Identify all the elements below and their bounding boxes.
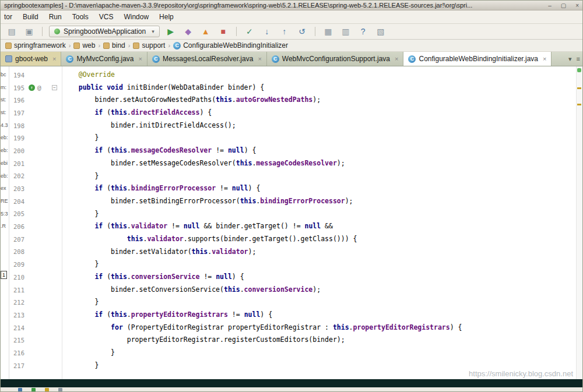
- project-tree-item[interactable]: eb:: [1, 170, 9, 183]
- project-tree-item[interactable]: eb:: [1, 144, 9, 157]
- line-number[interactable]: 212: [9, 299, 24, 306]
- tab-close-icon[interactable]: ×: [543, 55, 546, 62]
- code-line[interactable]: binder.setMessageCodesResolver(this.mess…: [62, 157, 576, 170]
- project-tree-item[interactable]: eb:: [1, 132, 9, 144]
- project-tree-item[interactable]: RE: [1, 195, 9, 208]
- run-config-combo[interactable]: SpringbootWebApplication▾: [49, 26, 160, 37]
- code-line[interactable]: }: [62, 170, 576, 183]
- gutter-row[interactable]: 217: [9, 359, 62, 372]
- line-number[interactable]: 201: [9, 160, 24, 167]
- hidden-tabs-icon[interactable]: ▾: [568, 55, 572, 63]
- gutter-row[interactable]: 194: [9, 69, 62, 82]
- gutter[interactable]: 194195↑@−1961971981992002012022032042052…: [9, 69, 62, 372]
- project-tree-item[interactable]: 4.3: [1, 119, 9, 132]
- project-tree-item[interactable]: m:: [1, 82, 9, 94]
- line-number[interactable]: 211: [9, 287, 24, 294]
- code-line[interactable]: this.validator.supports(binder.getTarget…: [62, 233, 576, 246]
- code-line[interactable]: }: [62, 347, 576, 359]
- update-project-icon[interactable]: ↓: [261, 26, 273, 37]
- tool-windows-icon[interactable]: ▧: [374, 26, 387, 37]
- line-number[interactable]: 198: [9, 122, 24, 129]
- toolwindow-run-icon[interactable]: [18, 388, 22, 392]
- project-tree-item[interactable]: ex: [1, 182, 9, 195]
- code-line[interactable]: if (this.propertyEditorRegistrars != nul…: [62, 309, 576, 322]
- line-number[interactable]: 216: [9, 349, 24, 356]
- code-line[interactable]: if (this.messageCodesResolver != null) {: [62, 144, 576, 157]
- rollback-icon[interactable]: ↺: [296, 26, 308, 37]
- line-number[interactable]: 199: [9, 135, 24, 142]
- code-line[interactable]: if (this.bindingErrorProcessor != null) …: [62, 182, 576, 195]
- open-project-icon[interactable]: ▤: [5, 26, 18, 37]
- code-line[interactable]: propertyEditorRegistrar.registerCustomEd…: [62, 334, 576, 347]
- breadcrumb-item-support[interactable]: support: [133, 41, 165, 50]
- breadcrumb-item-bind[interactable]: bind: [103, 41, 125, 50]
- editor-scrollbar[interactable]: [576, 66, 582, 379]
- gutter-row[interactable]: 207: [9, 233, 62, 246]
- minimize-button[interactable]: –: [548, 2, 552, 9]
- menu-item-tools[interactable]: Tools: [72, 13, 89, 21]
- gutter-row[interactable]: 195↑@−: [9, 82, 62, 94]
- save-all-icon[interactable]: ▣: [23, 26, 36, 37]
- line-number[interactable]: 195: [9, 84, 24, 91]
- gutter-row[interactable]: 206: [9, 220, 62, 233]
- gutter-row[interactable]: 197: [9, 107, 62, 119]
- tab-webmvcconfigurationsupport-java[interactable]: CWebMvcConfigurationSupport.java×: [267, 52, 404, 66]
- tab-close-icon[interactable]: ×: [395, 55, 398, 62]
- gutter-row[interactable]: 214: [9, 322, 62, 334]
- line-number[interactable]: 197: [9, 110, 24, 116]
- code-line[interactable]: public void initBinder(WebDataBinder bin…: [62, 82, 576, 94]
- code-line[interactable]: binder.setConversionService(this.convers…: [62, 284, 576, 296]
- line-number[interactable]: 194: [9, 72, 24, 79]
- build-icon[interactable]: ▦: [322, 26, 335, 37]
- line-number[interactable]: 208: [9, 248, 24, 255]
- push-icon[interactable]: ↑: [278, 26, 291, 37]
- coverage-icon[interactable]: ◆: [182, 26, 195, 37]
- code-line[interactable]: if (this.validator != null && binder.get…: [62, 220, 576, 233]
- gutter-row[interactable]: 212: [9, 296, 62, 309]
- project-tree-item[interactable]: st:: [1, 107, 9, 119]
- gutter-row[interactable]: 203: [9, 182, 62, 195]
- gutter-row[interactable]: 213: [9, 309, 62, 322]
- gutter-row[interactable]: 200: [9, 144, 62, 157]
- maximize-button[interactable]: ▢: [561, 2, 566, 9]
- code-line[interactable]: binder.setBindingErrorProcessor(this.bin…: [62, 195, 576, 208]
- toolwindow-event-icon[interactable]: [58, 388, 62, 392]
- tab-messageslocalresolver-java[interactable]: CMessagesLocalResolver.java×: [147, 52, 267, 66]
- project-tree-sliver[interactable]: bcm:st:st:4.3eb:eb:ebieb:exRE5:3.R: [1, 69, 9, 379]
- menu-item-window[interactable]: Window: [124, 13, 149, 21]
- project-tree-item[interactable]: st:: [1, 94, 9, 107]
- implements-icon[interactable]: ↑: [29, 84, 35, 91]
- line-number[interactable]: 204: [9, 198, 24, 205]
- tab-gboot-web[interactable]: gboot-web×: [1, 52, 61, 66]
- menu-item-tor[interactable]: tor: [4, 13, 12, 21]
- run-icon[interactable]: ▶: [164, 26, 177, 37]
- tab-actions-icon[interactable]: ≡: [577, 55, 580, 62]
- gutter-row[interactable]: 210: [9, 271, 62, 284]
- help-icon[interactable]: ?: [357, 26, 370, 37]
- breadcrumb-item-springframework[interactable]: springframework: [5, 41, 66, 50]
- commit-check-icon[interactable]: ✓: [243, 26, 256, 37]
- code-line[interactable]: binder.setAutoGrowNestedPaths(this.autoG…: [62, 94, 576, 107]
- code-line[interactable]: for (PropertyEditorRegistrar propertyEdi…: [62, 322, 576, 334]
- line-number[interactable]: 210: [9, 274, 24, 281]
- line-number[interactable]: 213: [9, 312, 24, 319]
- gutter-row[interactable]: 201: [9, 157, 62, 170]
- line-number[interactable]: 217: [9, 362, 24, 369]
- line-number[interactable]: 203: [9, 185, 24, 192]
- line-number[interactable]: 206: [9, 223, 24, 230]
- tab-mymvcconfig-java[interactable]: CMyMvcConfig.java×: [61, 52, 147, 66]
- tab-close-icon[interactable]: ×: [52, 55, 56, 62]
- gutter-row[interactable]: 202: [9, 170, 62, 183]
- code-lines[interactable]: @Override public void initBinder(WebData…: [62, 69, 576, 372]
- gutter-row[interactable]: 209: [9, 258, 62, 271]
- line-number[interactable]: 200: [9, 147, 24, 154]
- stop-icon[interactable]: ■: [217, 26, 230, 37]
- project-tree-item[interactable]: ebi: [1, 157, 9, 170]
- project-tree-item[interactable]: .R: [1, 220, 9, 233]
- menu-item-vcs[interactable]: VCS: [99, 13, 114, 21]
- line-number[interactable]: 202: [9, 172, 24, 179]
- toolwindow-todo-icon[interactable]: [45, 388, 49, 392]
- code-line[interactable]: if (this.conversionService != null) {: [62, 271, 576, 284]
- gutter-row[interactable]: 198: [9, 119, 62, 132]
- gutter-row[interactable]: 211: [9, 284, 62, 296]
